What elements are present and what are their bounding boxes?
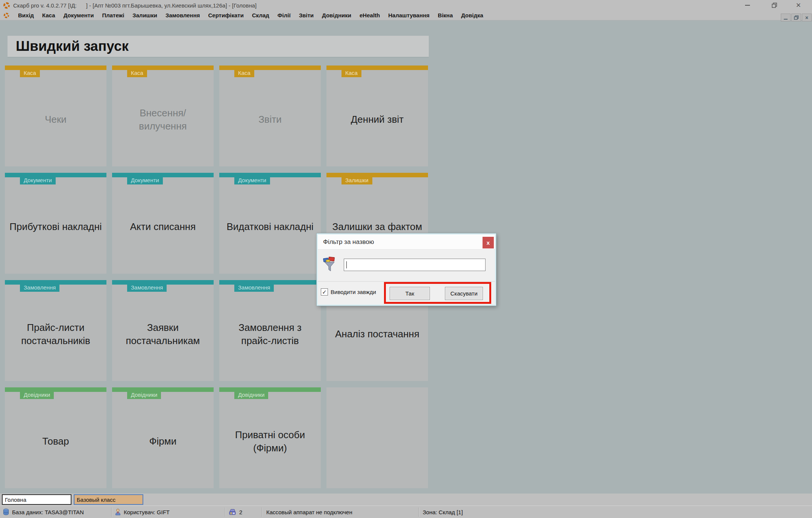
always-show-label: Виводити завжди	[331, 289, 376, 295]
menu-item-ehealth[interactable]: eHealth	[355, 11, 384, 20]
close-icon: ×	[796, 1, 801, 9]
mdi-minimize-icon	[784, 19, 788, 20]
tile-category-badge: Документи	[234, 173, 270, 184]
status-user: Користувач: GIFT	[115, 506, 170, 518]
tile-label: Аналіз постачання	[335, 328, 419, 341]
menu-item-налаштування[interactable]: Налаштування	[384, 11, 434, 20]
tile-label: Прибуткові накладні	[9, 220, 102, 233]
status-zone-text: Зона: Склад [1]	[423, 509, 463, 515]
menu-item-платежі[interactable]: Платежі	[98, 11, 128, 20]
quick-launch-tile[interactable]: Документи Прибуткові накладні	[5, 173, 106, 274]
tile-category-badge: Замовлення	[127, 280, 167, 292]
status-divider	[262, 507, 262, 517]
menu-item-документи[interactable]: Документи	[59, 11, 98, 20]
tile-label: Внесення/вилучення	[116, 107, 210, 133]
quick-launch-tile[interactable]: Документи Акти списання	[112, 173, 214, 274]
dialog-title: Фільтр за назвою	[323, 238, 374, 246]
mdi-restore-button[interactable]	[791, 14, 801, 21]
menu-item-каса[interactable]: Каса	[38, 11, 59, 20]
tile-category-badge: Каса	[341, 66, 361, 77]
status-register-status-text: Кассовый аппарат не подключен	[266, 509, 352, 515]
tile-category-badge: Документи	[20, 173, 56, 184]
mdi-child-icon	[3, 12, 9, 18]
quick-launch-tile[interactable]: Замовлення Заявки постачальникам	[112, 280, 214, 381]
menu-items: ВихідКасаДокументиПлатежіЗалишкиЗамовлен…	[14, 11, 487, 20]
user-icon	[115, 509, 121, 515]
quick-launch-tile[interactable]: Каса Чеки	[5, 66, 106, 166]
window-restore-button[interactable]	[769, 1, 780, 10]
menu-item-сертифікати[interactable]: Сертифікати	[204, 11, 247, 20]
quick-launch-header: Швидкий запуск	[8, 36, 429, 58]
tile-label: Звіти	[258, 113, 282, 126]
quick-launch-tile[interactable]: Каса Звіти	[219, 66, 321, 166]
window-titlebar: Скарб pro v. 4.0.2.77 [ІД: ] - [Апт №003…	[0, 0, 812, 11]
status-divider	[225, 507, 225, 517]
always-show-checkbox-row[interactable]: ✓ Виводити завжди	[321, 288, 376, 296]
menu-item-замовлення[interactable]: Замовлення	[161, 11, 204, 20]
dialog-close-button[interactable]: x	[483, 237, 494, 248]
quick-launch-tile[interactable]: Документи Видаткові накладні	[219, 173, 321, 274]
app-logo-icon	[3, 2, 10, 9]
cash-register-icon	[229, 509, 236, 515]
dialog-titlebar[interactable]: Фільтр за назвою x	[318, 235, 495, 250]
tile-category-badge: Документи	[127, 173, 163, 184]
app-logo-ring	[4, 3, 9, 8]
text-cursor	[346, 261, 347, 268]
tile-label: Денний звіт	[351, 113, 404, 126]
tile-label: Акти списання	[130, 220, 196, 233]
status-register-status: Кассовый аппарат не подключен	[266, 506, 352, 518]
status-bar: База даних: TASA3@TITAN Користувач: GIFT…	[0, 506, 812, 518]
quick-launch-tile[interactable]: Замовлення Прайс-листи постачальників	[5, 280, 106, 381]
quick-launch-tile[interactable]: Замовлення Замовлення з прайс-листів	[219, 280, 321, 381]
menu-item-звіти[interactable]: Звіти	[295, 11, 318, 20]
tile-category-badge: Довідники	[20, 387, 54, 399]
quick-launch-tile[interactable]: Каса Денний звіт	[326, 66, 428, 166]
mdi-minimize-button[interactable]	[781, 14, 791, 21]
database-icon	[3, 509, 9, 515]
tile-label: Заявки постачальникам	[116, 321, 210, 347]
minimize-icon	[745, 5, 750, 6]
quick-launch-tile[interactable]: Довідники Фірми	[112, 387, 214, 488]
quick-launch-tile[interactable]: Довідники Приватні особи (Фірми)	[219, 387, 321, 488]
ok-button[interactable]: Так	[390, 287, 430, 300]
tile-label: Приватні особи (Фірми)	[223, 428, 317, 455]
mdi-restore-icon	[794, 15, 799, 20]
tile-label: Залишки за фактом	[332, 220, 422, 233]
menu-item-залишки[interactable]: Залишки	[128, 11, 161, 20]
status-register-count-text: 2	[239, 509, 242, 515]
tile-label: Прайс-листи постачальників	[9, 321, 103, 347]
quick-launch-tile[interactable]: Довідники Товар	[5, 387, 106, 488]
tile-label: Замовлення з прайс-листів	[223, 321, 317, 347]
menu-item-філії[interactable]: Філії	[273, 11, 295, 20]
tab-bazovyi-klass[interactable]: Базовый класс	[74, 494, 143, 505]
menu-item-вихід[interactable]: Вихід	[14, 11, 38, 20]
quick-launch-tile[interactable]: Каса Внесення/вилучення	[112, 66, 214, 166]
dialog-separator	[318, 281, 495, 282]
cancel-button[interactable]: Скасувати	[445, 287, 483, 300]
tile-category-badge: Залишки	[341, 173, 372, 184]
tile-category-badge: Довідники	[127, 387, 161, 399]
mdi-close-button[interactable]: ×	[802, 14, 812, 21]
tab-holovna-label: Головна	[5, 497, 26, 503]
tile-category-badge: Каса	[20, 66, 40, 77]
window-close-button[interactable]: ×	[793, 1, 804, 10]
filter-text-input[interactable]	[344, 259, 486, 271]
window-minimize-button[interactable]	[742, 1, 753, 10]
status-divider	[111, 507, 112, 517]
window-title: Скарб pro v. 4.0.2.77 [ІД: ] - [Апт №003…	[13, 2, 257, 9]
menu-item-довідники[interactable]: Довідники	[318, 11, 355, 20]
menu-item-довідка[interactable]: Довідка	[457, 11, 487, 20]
tab-holovna[interactable]: Головна	[2, 494, 71, 505]
always-show-checkbox[interactable]: ✓	[321, 288, 328, 296]
checkmark-icon: ✓	[322, 289, 327, 296]
mdi-close-icon: ×	[805, 15, 808, 21]
menu-item-вікна[interactable]: Вікна	[434, 11, 457, 20]
quick-launch-title: Швидкий запуск	[16, 38, 129, 54]
tile-category-badge: Каса	[234, 66, 254, 77]
dialog-close-icon: x	[487, 239, 490, 246]
menu-bar: ВихідКасаДокументиПлатежіЗалишкиЗамовлен…	[0, 11, 812, 20]
filter-funnel-icon	[322, 256, 337, 272]
status-database-text: База даних: TASA3@TITAN	[12, 509, 84, 515]
status-database: База даних: TASA3@TITAN	[3, 506, 84, 518]
menu-item-склад[interactable]: Склад	[248, 11, 273, 20]
